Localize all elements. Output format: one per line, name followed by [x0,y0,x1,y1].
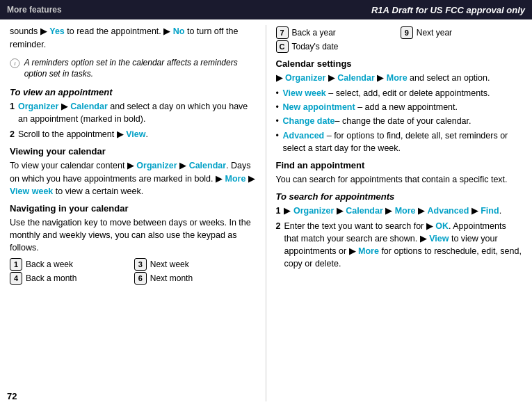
key-6-label: Next month [150,273,193,283]
key-row-3: 3 Next week [134,258,256,271]
ok-link[interactable]: OK [435,221,449,231]
search-step-2-text: Enter the text you want to search for ▶ … [284,220,522,271]
reminder-note: i A reminders option set in the calendar… [10,57,256,81]
calendar-link-4[interactable]: Calendar [346,206,383,216]
find-appointment-title: Find an appointment [276,160,523,170]
key-c-label: Today's date [292,42,339,51]
key-row-7: 7 Back a year [276,26,398,39]
search-step-num-2: 2 [276,220,281,271]
left-column: sounds ▶ Yes to read the appointment. ▶ … [0,25,266,401]
viewing-body: To view your calendar content ▶ Organize… [10,159,256,197]
find-link[interactable]: Find [481,206,499,216]
more-link-1[interactable]: More [225,174,245,184]
organizer-link-3[interactable]: Organizer [285,73,325,83]
key-row-1: 1 Back a week [10,258,131,271]
bullet-change-date: Change date– change the date of your cal… [276,115,523,127]
advanced-link-1[interactable]: Advanced [283,131,325,141]
step-2-view: 2 Scroll to the appointment ▶ View. [10,128,256,141]
more-link-3[interactable]: More [395,206,416,216]
view-link-1[interactable]: View [126,129,145,139]
key-9-badge: 9 [401,26,413,39]
page-content: sounds ▶ Yes to read the appointment. ▶ … [0,19,532,407]
key-row-6: 6 Next month [134,272,256,285]
calendar-link-3[interactable]: Calendar [337,73,375,83]
key-7-label: Back a year [292,28,336,38]
key-4-badge: 4 [10,272,22,285]
view-week-link-1[interactable]: View week [10,186,53,196]
key-4-label: Back a month [26,273,76,283]
key-7-badge: 7 [276,26,289,39]
step-num-1: 1 [10,100,15,125]
new-appointment-link[interactable]: New appointment [283,102,355,112]
key-row-4: 4 Back a month [10,272,131,285]
doc-subtitle: Draft for US FCC approval only [389,5,525,15]
page-header: More features R1A Draft for US FCC appro… [0,0,532,19]
key-1-label: Back a week [26,260,73,269]
search-step-1: 1 ▶ Organizer ▶ Calendar ▶ More ▶ Advanc… [276,205,523,217]
calendar-settings-intro: ▶ Organizer ▶ Calendar ▶ More and select… [276,72,523,84]
step-1-text: Organizer ▶ Calendar and select a day on… [18,100,256,125]
key-9-label: Next year [417,28,452,38]
page-number: 72 [7,391,17,401]
step-2-text: Scroll to the appointment ▶ View. [18,128,148,141]
reminder-icon: i [10,57,20,70]
bullet-advanced: Advanced – for options to find, delete a… [276,129,523,154]
top-keys: 7 Back a year 9 Next year C Today's date [276,26,523,53]
key-6-badge: 6 [134,272,147,285]
find-appointment-body: You can search for appointments that con… [276,173,523,186]
bullet-new-appointment: New appointment – add a new appointment. [276,101,523,113]
navigate-body: Use the navigation key to move between d… [10,216,256,254]
navigation-keys: 1 Back a week 3 Next week 4 Back a month… [10,258,256,285]
calendar-settings-title: Calendar settings [276,58,523,69]
step-num-2: 2 [10,128,15,141]
key-3-badge: 3 [134,258,147,271]
bullet-view-week: View week – select, add, edit or delete … [276,87,523,99]
step-1-view: 1 Organizer ▶ Calendar and select a day … [10,100,256,125]
intro-text-before: sounds ▶ [10,26,49,36]
calendar-link-2[interactable]: Calendar [189,161,227,170]
intro-text-mid: to read the appointment. ▶ [65,26,173,36]
change-date-link[interactable]: Change date [283,116,335,126]
key-1-badge: 1 [10,258,22,271]
calendar-settings-list: View week – select, add, edit or delete … [276,87,523,154]
section-view-appointment-title: To view an appointment [10,87,256,97]
right-column: 7 Back a year 9 Next year C Today's date… [266,25,533,401]
section-viewing-title: Viewing your calendar [10,146,256,157]
view-link-2[interactable]: View [429,234,449,244]
search-step-2: 2 Enter the text you want to search for … [276,220,523,271]
calendar-link-1[interactable]: Calendar [70,102,108,111]
document-title: R1A Draft for US FCC approval only [371,5,525,15]
intro-paragraph: sounds ▶ Yes to read the appointment. ▶ … [10,25,256,51]
yes-link[interactable]: Yes [49,26,65,36]
key-row-9: 9 Next year [401,26,522,39]
more-link-4[interactable]: More [358,246,379,256]
doc-id: R1A [371,5,389,15]
search-step-num-1: 1 [276,205,281,217]
advanced-link-2[interactable]: Advanced [428,206,469,216]
organizer-link-2[interactable]: Organizer [136,161,177,170]
key-row-c: C Today's date [276,40,398,53]
section-navigate-title: Navigating in your calendar [10,203,256,214]
no-link[interactable]: No [173,26,185,36]
view-week-link-2[interactable]: View week [283,88,326,98]
search-step-1-text: ▶ Organizer ▶ Calendar ▶ More ▶ Advanced… [284,205,501,217]
section-label: More features [7,5,62,15]
key-c-badge: C [276,40,289,53]
more-link-2[interactable]: More [387,73,408,83]
key-3-label: Next week [150,260,189,269]
organizer-link-4[interactable]: Organizer [293,206,334,216]
search-appointments-title: To search for appointments [276,191,523,202]
svg-text:i: i [14,61,15,67]
reminder-note-text: A reminders option set in the calendar a… [24,57,256,81]
organizer-link-1[interactable]: Organizer [18,102,58,111]
